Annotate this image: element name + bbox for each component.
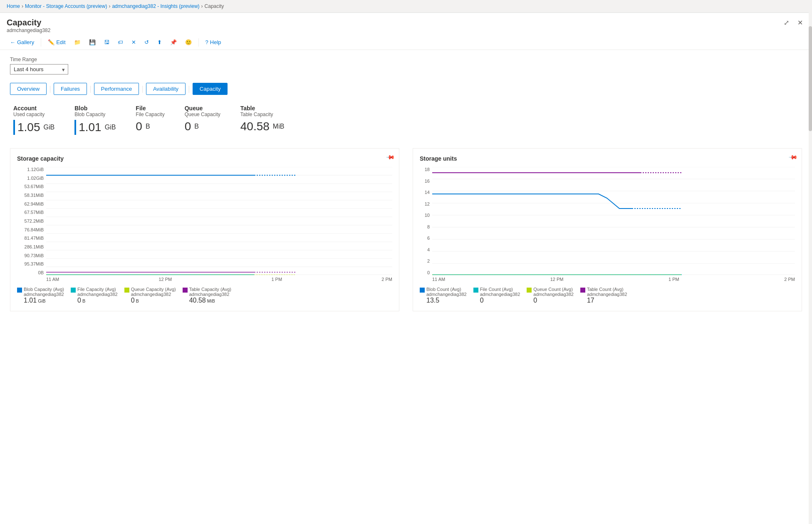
storage-capacity-svg [46,167,392,275]
pin-toolbar-button[interactable]: 📌 [167,37,180,47]
feedback-icon: 🙂 [185,39,192,45]
page-title: Capacity [7,18,50,27]
scrollbar-thumb[interactable] [809,26,812,131]
refresh-button[interactable]: ↺ [141,37,152,47]
storage-capacity-plot [46,167,392,275]
save-button[interactable]: 💾 [86,37,99,47]
pin-icon: 📌 [170,39,177,45]
discard-button[interactable]: ✕ [128,37,139,47]
x-icon: ✕ [131,39,136,45]
storage-units-x-axis: 11 AM 12 PM 1 PM 2 PM [420,277,795,282]
tab-failures[interactable]: Failures [54,83,87,95]
legend-file-capacity: File Capacity (Avg)admchangediag382 0 B [71,287,118,304]
folder-icon: 📁 [74,39,81,45]
storage-capacity-y-axis: 1.12GiB 1.02GiB 53.67MiB 58.31MiB 62.94M… [17,167,46,275]
share-button[interactable]: ⬆ [154,37,165,47]
tag-icon: 🏷 [118,39,123,45]
metric-bar-blob [74,120,76,135]
toolbar-separator-1 [41,38,41,47]
edit-button[interactable]: ✏️ Edit [45,37,69,47]
help-label: Help [210,39,221,45]
pin-button[interactable]: ⤢ [781,18,792,27]
nav-tabs: Overview | Failures | Performance | Avai… [10,83,802,95]
storage-units-chart: Storage units 📌 18 16 14 12 10 8 6 4 2 0 [413,148,802,311]
close-button[interactable]: ✕ [795,18,805,27]
metric-file: File File Capacity 0 B [136,105,164,135]
copy-disk-icon: 🖫 [104,39,109,45]
time-range-select[interactable]: Last 4 hours Last 1 hour Last 12 hours L… [10,64,68,75]
help-button[interactable]: ? Help [202,37,225,47]
metrics-row: Account Used capacity 1.05 GiB Blob Blob… [10,105,802,135]
storage-capacity-title: Storage capacity [17,155,392,162]
feedback-button[interactable]: 🙂 [182,37,195,47]
scrollbar-track[interactable] [809,0,812,318]
breadcrumb-insights[interactable]: admchangediag382 - Insights (preview) [112,3,199,9]
legend-queue-count: Queue Count (Avg)admchangediag382 0 [527,287,574,304]
breadcrumb: Home › Monitor - Storage Accounts (previ… [0,0,812,13]
save-as-button[interactable]: 📁 [71,37,84,47]
back-arrow-icon: ← [10,39,15,45]
gallery-label: Gallery [17,39,34,45]
metric-account: Account Used capacity 1.05 GiB [13,105,54,135]
breadcrumb-monitor[interactable]: Monitor - Storage Accounts (preview) [25,3,107,9]
legend-blob-capacity: Blob Capacity (Avg)admchangediag382 1.01… [17,287,64,304]
legend-table-count: Table Count (Avg)admchangediag382 17 [580,287,627,304]
legend-file-count: File Count (Avg)admchangediag382 0 [473,287,520,304]
storage-capacity-legend: Blob Capacity (Avg)admchangediag382 1.01… [17,287,392,304]
edit-icon: ✏️ [48,39,54,45]
metric-table: Table Table Capacity 40.58 MiB [240,105,285,135]
tab-overview[interactable]: Overview [10,83,47,95]
legend-queue-capacity: Queue Capacity (Avg)admchangediag382 0 B [124,287,176,304]
legend-table-capacity: Table Capacity (Avg)admchangediag382 40.… [183,287,231,304]
help-icon: ? [205,39,208,45]
storage-units-title: Storage units [420,155,795,162]
storage-capacity-chart: Storage capacity 📌 1.12GiB 1.02GiB 53.67… [10,148,399,311]
charts-row: Storage capacity 📌 1.12GiB 1.02GiB 53.67… [10,148,802,311]
storage-units-plot [432,167,795,275]
page-subtitle: admchangediag382 [7,27,50,33]
disk-icon: 💾 [89,39,96,45]
refresh-icon: ↺ [144,39,149,45]
legend-blob-count: Blob Count (Avg)admchangediag382 13.5 [420,287,467,304]
edit-label: Edit [56,39,65,45]
tab-performance[interactable]: Performance [94,83,139,95]
breadcrumb-current: Capacity [205,3,224,9]
time-range-section: Time Range Last 4 hours Last 1 hour Last… [10,57,802,75]
save-copy-button[interactable]: 🖫 [101,37,113,47]
tab-availability[interactable]: Availability [146,83,186,95]
metric-queue: Queue Queue Capacity 0 B [185,105,220,135]
breadcrumb-home[interactable]: Home [7,3,20,9]
storage-capacity-x-axis: 11 AM 12 PM 1 PM 2 PM [17,277,392,282]
metric-bar-account [13,120,15,135]
toolbar-separator-2 [198,38,199,47]
tab-capacity[interactable]: Capacity [193,83,228,95]
share-icon: ⬆ [157,39,162,45]
gallery-button[interactable]: ← Gallery [7,37,37,47]
storage-units-svg [432,167,795,275]
storage-units-legend: Blob Count (Avg)admchangediag382 13.5 Fi… [420,287,795,304]
metric-blob: Blob Blob Capacity 1.01 GiB [74,105,116,135]
tag-button[interactable]: 🏷 [114,37,126,47]
storage-units-y-axis: 18 16 14 12 10 8 6 4 2 0 [420,167,432,275]
time-range-label: Time Range [10,57,802,62]
